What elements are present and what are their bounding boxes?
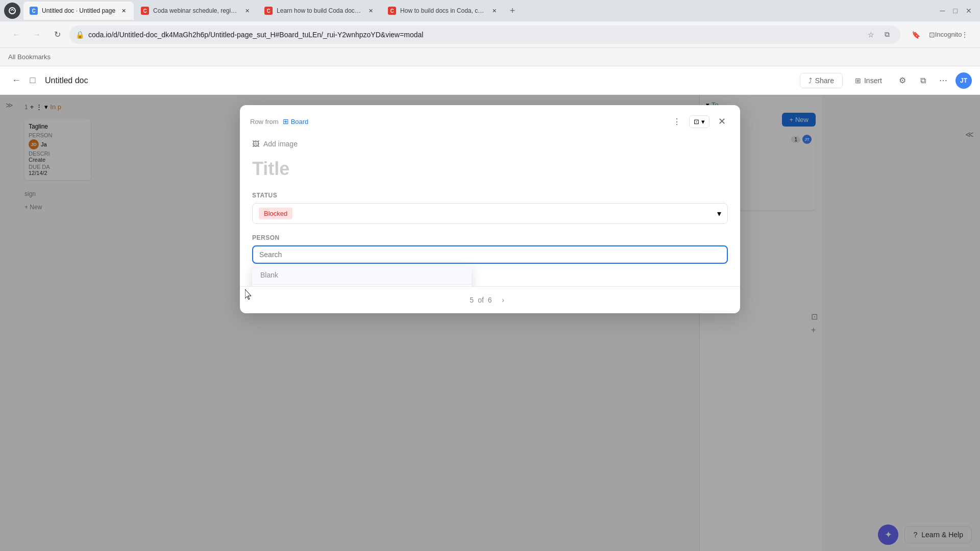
status-field-label: STATUS: [252, 192, 728, 199]
tab-title-1: Untitled doc · Untitled page: [42, 7, 115, 14]
nav-bar: ← → ↻ 🔒 coda.io/d/Untitled-doc_dk4MaGh2h…: [0, 21, 980, 48]
view-chevron: ▾: [701, 118, 705, 126]
bookmarks-bar: All Bookmarks: [0, 48, 980, 66]
bookmarks-label: All Bookmarks: [8, 53, 51, 61]
back-nav-button[interactable]: ←: [8, 27, 24, 43]
share-button[interactable]: ⤴ Share: [800, 73, 843, 88]
tab-close-1[interactable]: ✕: [119, 7, 128, 15]
tab-title-3: Learn how to build Coda docs...: [277, 7, 362, 14]
modal-title-field[interactable]: Title: [252, 158, 728, 180]
template-button[interactable]: ⧉: [915, 72, 931, 89]
add-image-button[interactable]: 🖼 Add image: [252, 138, 728, 150]
nav-right-actions: 🔖 ⊡ Incognito ⋮: [909, 28, 972, 42]
close-button[interactable]: ✕: [966, 7, 972, 15]
refresh-button[interactable]: ↻: [49, 27, 65, 43]
settings-button[interactable]: ⚙: [894, 72, 911, 89]
modal-overlay[interactable]: Row from ⊞ Board ⋮ ⊡ ▾ ✕: [0, 95, 980, 551]
forward-nav-button[interactable]: →: [29, 27, 45, 43]
incognito-icon[interactable]: Incognito: [941, 28, 955, 42]
view-selector[interactable]: ⊡ ▾: [689, 115, 709, 128]
view-icon: ⊡: [694, 118, 699, 126]
tab-how-to-build[interactable]: C How to build docs in Coda, cre... ✕: [382, 2, 504, 20]
tab-close-3[interactable]: ✕: [366, 7, 375, 15]
modal-more-button[interactable]: ⋮: [669, 113, 685, 130]
extensions-icon[interactable]: ⧉: [880, 28, 894, 42]
person-dropdown: Blank JT Jane Tyler 🔔: [252, 245, 728, 264]
star-icon[interactable]: ☆: [864, 28, 878, 42]
tab-close-4[interactable]: ✕: [490, 7, 498, 15]
doc-title: Untitled doc: [45, 76, 88, 85]
modal-body: 🖼 Add image Title STATUS Blocked ▾: [240, 130, 740, 286]
dropdown-jane-tyler[interactable]: JT Jane Tyler 🔔: [252, 285, 472, 286]
tab-learn-coda[interactable]: C Learn how to build Coda docs... ✕: [258, 2, 381, 20]
share-label: Share: [815, 77, 834, 85]
image-icon: 🖼: [252, 140, 259, 148]
restore-button[interactable]: □: [953, 7, 958, 15]
svg-point-0: [9, 8, 15, 14]
row-detail-modal: Row from ⊞ Board ⋮ ⊡ ▾ ✕: [240, 105, 740, 313]
more-button[interactable]: ⋯: [935, 72, 951, 89]
window-controls: ─ □ ✕: [940, 7, 976, 15]
bookmark-collections-icon[interactable]: 🔖: [909, 28, 923, 42]
user-avatar[interactable]: JT: [955, 72, 972, 89]
pagination-total: 6: [488, 296, 492, 304]
tab-bar: C Untitled doc · Untitled page ✕ C Coda …: [0, 0, 980, 21]
status-section: STATUS Blocked ▾: [252, 192, 728, 224]
modal-next-button[interactable]: ›: [496, 293, 510, 307]
app-area: ← □ Untitled doc ⤴ Share ⊞ Insert ⚙ ⧉ ⋯ …: [0, 66, 980, 551]
app-back-button[interactable]: ←: [8, 72, 24, 89]
more-options-icon[interactable]: ⋮: [958, 28, 972, 42]
new-tab-button[interactable]: +: [505, 4, 520, 18]
tab-title-4: How to build docs in Coda, cre...: [400, 7, 486, 14]
tab-favicon-3: C: [264, 7, 273, 15]
status-chevron: ▾: [717, 209, 721, 218]
tab-favicon-4: C: [388, 7, 396, 15]
address-actions: ☆ ⧉: [864, 28, 894, 42]
insert-button[interactable]: ⊞ Insert: [847, 73, 890, 88]
board-grid-icon: ⊞: [283, 117, 289, 126]
row-from-label: Row from: [250, 118, 279, 126]
minimize-button[interactable]: ─: [940, 7, 945, 15]
person-search-input[interactable]: [252, 245, 728, 264]
header-right-actions: ⤴ Share ⊞ Insert ⚙ ⧉ ⋯ JT: [800, 72, 972, 89]
tab-coda-webinar[interactable]: C Coda webinar schedule, regist... ✕: [135, 2, 257, 20]
tab-group-btn[interactable]: [4, 3, 20, 19]
tab-untitled-doc[interactable]: C Untitled doc · Untitled page ✕: [23, 2, 134, 20]
lock-icon: 🔒: [76, 31, 84, 39]
modal-close-button[interactable]: ✕: [714, 113, 730, 130]
blank-label: Blank: [260, 271, 278, 279]
modal-header-actions: ⋮ ⊡ ▾ ✕: [669, 113, 730, 130]
insert-label: Insert: [864, 77, 882, 85]
add-image-label: Add image: [263, 140, 298, 148]
tab-favicon-1: C: [30, 7, 38, 15]
doc-icon: □: [24, 72, 41, 89]
tab-favicon-2: C: [141, 7, 149, 15]
modal-footer: 5 of 6 ›: [240, 286, 740, 313]
status-badge: Blocked: [259, 208, 292, 219]
person-field-label: PERSON: [252, 234, 728, 241]
browser-chrome: C Untitled doc · Untitled page ✕ C Coda …: [0, 0, 980, 66]
pagination-current: 5: [470, 296, 474, 304]
main-content: 1 + ⋮ ▾ In p Tagline PERSON JD Ja DESCRI…: [0, 95, 980, 551]
insert-icon: ⊞: [855, 77, 861, 85]
share-icon: ⤴: [808, 77, 812, 85]
tab-title-2: Coda webinar schedule, regist...: [153, 7, 239, 14]
pagination-of: of: [478, 296, 484, 304]
board-link-label: Board: [291, 118, 309, 126]
person-dropdown-menu: Blank JT Jane Tyler 🔔: [252, 266, 472, 286]
app-header: ← □ Untitled doc ⤴ Share ⊞ Insert ⚙ ⧉ ⋯ …: [0, 66, 980, 95]
status-select-button[interactable]: Blocked ▾: [252, 203, 728, 224]
tab-close-2[interactable]: ✕: [243, 7, 251, 15]
dropdown-blank-item[interactable]: Blank: [252, 266, 472, 285]
address-text: coda.io/d/Untitled-doc_dk4MaGh2h6p/Untit…: [88, 31, 860, 39]
modal-header: Row from ⊞ Board ⋮ ⊡ ▾ ✕: [240, 105, 740, 130]
person-section: PERSON Blank: [252, 234, 728, 264]
board-link[interactable]: ⊞ Board: [283, 117, 309, 126]
address-bar[interactable]: 🔒 coda.io/d/Untitled-doc_dk4MaGh2h6p/Unt…: [69, 26, 900, 44]
